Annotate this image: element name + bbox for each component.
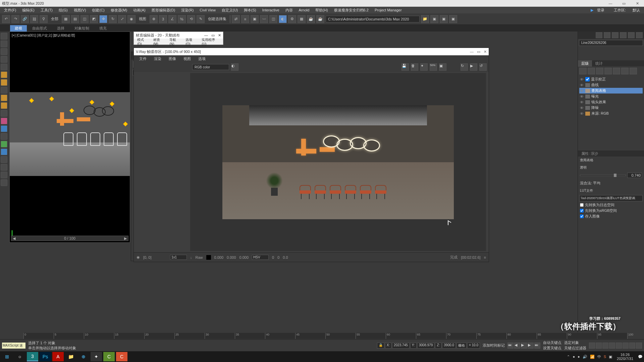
vfb-min-button[interactable]: — [470,50,474,54]
coord-z[interactable]: 3900.0 [442,343,456,349]
vfb-delete-button[interactable]: 🗑 [411,63,418,71]
selobj-label[interactable]: 选定对象 [564,340,586,345]
lut-path[interactable]: \\sd-20200715brzx\黑墨\LUT色调预置\黑 [579,195,643,201]
task-ps[interactable]: Ps [40,352,51,361]
menu-view[interactable]: 视图(V) [71,7,89,13]
spinner-snap-button[interactable]: ⟲ [187,15,195,23]
material-editor-window[interactable]: 材质编辑器 - 20 - 天鹅绒布 — ▭ ✕ 模式(D) 材质(M) 导航(N… [133,32,223,45]
opacity-value[interactable]: 0.740 [627,173,642,178]
system-clock[interactable]: 16:26 2020/7/31 [615,353,635,361]
render-iter-button[interactable]: ☕ [316,15,324,23]
task-browser[interactable]: ⊕ [78,352,89,361]
vfb-menu-view[interactable]: 视图 [180,56,194,62]
vfb-render-button[interactable]: ▶ [470,63,477,71]
select-name-button[interactable]: ▤ [71,15,79,23]
tray-icon[interactable]: S [604,355,606,359]
mat-close-button[interactable]: ✕ [218,33,221,38]
lt-tool[interactable] [1,41,7,47]
rp-create-icon[interactable] [596,32,602,38]
select-button[interactable]: ▦ [62,15,70,23]
link-button[interactable]: 🔗 [21,15,29,23]
menu-animation[interactable]: 动画(A) [130,7,148,13]
lt-tool[interactable] [1,95,7,101]
camera-viewport[interactable]: [+] [Camera001] [用户定义] [默认明暗处理] ◀0 / 100… [9,32,130,243]
mat-menu-nav[interactable]: 导航(N) [167,38,183,46]
tray-ime-icon[interactable]: 中 [597,354,601,359]
vfb-menu-render[interactable]: 渲染 [151,56,165,62]
lt-tool[interactable] [1,118,7,124]
tray-icon[interactable]: ● [573,355,575,359]
ribbon-tab-populate[interactable]: 填充 [95,25,111,32]
task-app1[interactable]: ✦ [91,352,102,361]
rp-motion-icon[interactable] [620,32,627,38]
menu-render[interactable]: 渲染(R) [178,7,196,13]
material-editor-button[interactable]: ◐ [279,15,287,23]
open-folder-button[interactable]: 📁 [421,15,429,23]
mat-menu-material[interactable]: 材质(M) [151,38,167,46]
nav-tool[interactable] [596,343,602,349]
lt-tool[interactable] [1,33,7,40]
minimize-button[interactable]: — [606,1,615,6]
render-setup-button[interactable]: ⚙ [288,15,296,23]
opacity-slider[interactable] [580,175,626,176]
cortana-button[interactable]: ○ [14,352,25,361]
redo-button[interactable]: ↷ [11,15,19,23]
vfb-mode[interactable] [170,255,187,260]
mat-menu-mode[interactable]: 模式(D) [135,38,151,46]
filter-all[interactable]: 全部 [49,16,60,21]
percent-snap-button[interactable]: % [178,15,186,23]
menu-projectmgr[interactable]: Project Manager [372,7,405,13]
nav-tool[interactable] [623,343,629,349]
rotate-button[interactable]: ↻ [109,15,117,23]
menu-content[interactable]: 内容 [283,7,296,13]
tray-chevron-icon[interactable]: ⌃ [567,355,570,359]
menu-arnold[interactable]: Arnold [296,7,312,13]
ribbon-tab-modeling[interactable]: 建模 [10,25,27,32]
menu-file[interactable]: 文件(F) [1,7,19,13]
placement-button[interactable]: ◉ [127,15,136,23]
rp-tool[interactable] [596,68,603,74]
lt-tool[interactable] [1,48,7,55]
select-region-button[interactable]: ◫ [80,15,89,23]
tray-icon[interactable]: ● [578,355,580,359]
rp-tool[interactable] [579,68,587,74]
lt-tool[interactable] [1,56,7,63]
login-link[interactable]: ▶ 登录 [588,7,610,13]
rp-tool[interactable] [621,68,629,74]
layer-row[interactable]: 👁降噪 [579,105,643,111]
snap-button[interactable]: 3 [159,15,167,23]
layer-row[interactable]: 👁曝光 [579,94,643,99]
lt-tool[interactable] [1,79,7,86]
addtime-label[interactable]: 添加时间标记 [483,343,505,348]
vfb-space[interactable] [252,255,269,260]
lt-tool[interactable] [1,148,7,155]
vfb-render-area[interactable] [190,73,486,251]
menu-group[interactable]: 组(G) [56,7,70,13]
vfb-globe-icon[interactable]: ◐ [231,63,238,71]
move-button[interactable]: ✥ [99,15,107,23]
setkey-button[interactable]: 设置关键点 [543,346,561,351]
nav-tool[interactable] [589,343,595,349]
rp-utilities-icon[interactable] [636,32,643,38]
layer-row[interactable]: 👁显示校正 [579,76,643,82]
tray-network-icon[interactable]: 📶 [590,355,595,359]
viewport-label[interactable]: [+] [Camera001] [用户定义] [默认明暗处理] [12,33,75,38]
vfb-region-button[interactable]: ▣ [439,63,446,71]
lt-tool[interactable] [1,71,7,78]
angle-snap-button[interactable]: ∠ [168,15,176,23]
blend-mode[interactable]: 平均 [593,181,600,185]
ribbon-tab-select[interactable]: 选择 [52,25,69,32]
rp-tool[interactable] [604,68,612,74]
render-frame-button[interactable]: ▦ [298,15,306,23]
project-path-input[interactable] [326,16,420,22]
bind-button[interactable]: ⚲ [40,15,48,23]
layer-row[interactable]: 👁镜头效果 [579,99,643,105]
lt-tool[interactable] [1,133,7,140]
lt-tool[interactable] [1,172,7,178]
play-button[interactable]: ▶ [521,343,527,349]
menu-script[interactable]: 脚本(S) [241,7,259,13]
vfb-save-button[interactable]: 💾 [401,63,409,71]
notification-button[interactable]: 💬 [638,355,643,359]
layer-row[interactable]: 👁来源: RGB [579,111,643,116]
vray-frame-buffer-window[interactable]: V-Ray 帧缓存区 - [100.0% of 900 x 450] — ▭ ✕… [133,48,489,262]
